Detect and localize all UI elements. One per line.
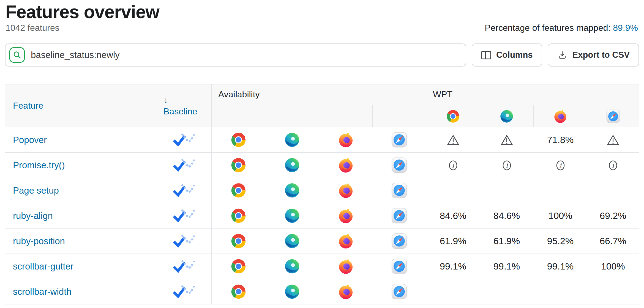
chrome-icon xyxy=(446,109,460,123)
availability-cell xyxy=(212,153,265,178)
mapped-percentage: Percentage of features mapped: 89.9% xyxy=(485,23,638,33)
svg-text:i: i xyxy=(612,162,615,169)
chrome-icon xyxy=(230,208,247,224)
availability-cell xyxy=(212,279,265,304)
mapped-percentage-label: Percentage of features mapped: xyxy=(485,23,610,33)
warning-icon[interactable] xyxy=(607,134,619,146)
columns-button[interactable]: Columns xyxy=(472,43,542,67)
mapped-percentage-link[interactable]: 89.9% xyxy=(613,23,638,33)
feature-link[interactable]: Popover xyxy=(13,135,47,145)
warning-icon[interactable] xyxy=(501,134,513,146)
info-icon[interactable]: i xyxy=(502,160,512,171)
feature-link[interactable]: scrollbar-width xyxy=(13,287,72,297)
feature-link[interactable]: Page setup xyxy=(13,185,59,196)
safari-icon xyxy=(391,182,407,199)
availability-cell xyxy=(212,254,265,279)
warning-icon[interactable] xyxy=(447,134,459,146)
export-csv-button[interactable]: Export to CSV xyxy=(548,43,639,67)
firefox-icon xyxy=(553,109,567,123)
availability-cell xyxy=(373,153,426,178)
page-title: Features overview xyxy=(6,2,639,22)
firefox-icon xyxy=(338,208,354,224)
table-row: Page setup xyxy=(5,178,639,203)
wpt-score-cell: 66.7% xyxy=(587,229,639,254)
info-icon[interactable]: i xyxy=(555,160,566,171)
wpt-score-cell: i xyxy=(587,153,639,178)
download-icon xyxy=(557,50,567,60)
availability-cell xyxy=(212,127,265,153)
baseline-newly-icon xyxy=(171,233,195,249)
search-input[interactable] xyxy=(31,50,462,60)
table-row: scrollbar-width xyxy=(5,279,639,304)
availability-cell xyxy=(265,279,319,304)
wpt-score-cell: 99.1% xyxy=(480,254,534,279)
availability-subcolumn xyxy=(265,105,319,127)
baseline-newly-icon xyxy=(171,259,195,274)
baseline-status-cell xyxy=(155,254,212,279)
wpt-score-cell xyxy=(426,279,480,304)
availability-cell xyxy=(212,229,265,254)
availability-cell xyxy=(373,203,426,229)
baseline-newly-icon xyxy=(171,158,195,173)
safari-icon xyxy=(606,109,620,123)
info-icon[interactable]: i xyxy=(608,160,618,171)
availability-subcolumn xyxy=(373,105,426,127)
availability-cell xyxy=(319,229,373,254)
availability-cell xyxy=(265,203,319,229)
wpt-score-cell xyxy=(480,279,534,304)
availability-cell xyxy=(265,178,319,203)
table-row: ruby-align xyxy=(5,203,639,229)
edge-icon xyxy=(284,208,300,224)
toolbar: Columns Export to CSV xyxy=(5,43,639,67)
feature-link[interactable]: ruby-position xyxy=(13,236,65,246)
features-table-body: Popover xyxy=(5,127,639,304)
firefox-icon xyxy=(338,157,354,173)
feature-link[interactable]: Promise.try() xyxy=(13,160,65,170)
availability-cell xyxy=(319,254,373,279)
export-csv-button-label: Export to CSV xyxy=(572,50,630,60)
info-icon[interactable]: i xyxy=(448,160,458,171)
wpt-score-cell xyxy=(534,178,587,203)
edge-icon xyxy=(500,109,514,123)
wpt-score-cell: 100% xyxy=(587,254,639,279)
baseline-newly-icon xyxy=(171,132,195,147)
wpt-score-cell xyxy=(480,178,534,203)
wpt-score-cell: i xyxy=(534,153,587,178)
wpt-group-header: WPT xyxy=(426,84,639,105)
feature-link[interactable]: ruby-align xyxy=(13,211,53,221)
baseline-status-cell xyxy=(155,127,212,153)
availability-subcolumn xyxy=(319,105,373,127)
availability-cell xyxy=(373,279,426,304)
firefox-icon xyxy=(338,182,354,199)
search-box[interactable] xyxy=(5,43,466,67)
table-row: scrollbar-gutter xyxy=(5,254,639,279)
chrome-icon xyxy=(230,182,247,199)
sort-descending-icon: ↓ xyxy=(163,95,211,104)
chrome-icon xyxy=(230,157,247,173)
availability-cell xyxy=(373,254,426,279)
safari-icon xyxy=(391,157,407,173)
wpt-score-cell: 99.1% xyxy=(426,254,480,279)
edge-icon xyxy=(284,157,300,173)
firefox-icon xyxy=(338,233,354,249)
safari-icon xyxy=(391,132,407,148)
availability-cell xyxy=(319,153,373,178)
feature-link[interactable]: scrollbar-gutter xyxy=(13,261,73,271)
wpt-score-cell xyxy=(587,178,639,203)
baseline-status-cell xyxy=(155,279,212,304)
availability-cell xyxy=(265,254,319,279)
wpt-score-cell xyxy=(480,127,534,153)
svg-text:i: i xyxy=(452,162,455,169)
wpt-score-cell xyxy=(587,279,639,304)
wpt-score-cell: i xyxy=(426,153,480,178)
wpt-column-header xyxy=(587,105,639,127)
wpt-column-header xyxy=(480,105,534,127)
sort-feature-header[interactable]: Feature xyxy=(13,101,43,111)
sort-baseline-header[interactable]: ↓ Baseline xyxy=(163,95,211,117)
baseline-status-cell xyxy=(155,203,212,229)
baseline-status-cell xyxy=(155,178,212,203)
availability-cell xyxy=(265,153,319,178)
safari-icon xyxy=(391,258,407,274)
firefox-icon xyxy=(338,258,354,274)
availability-cell xyxy=(265,127,319,153)
